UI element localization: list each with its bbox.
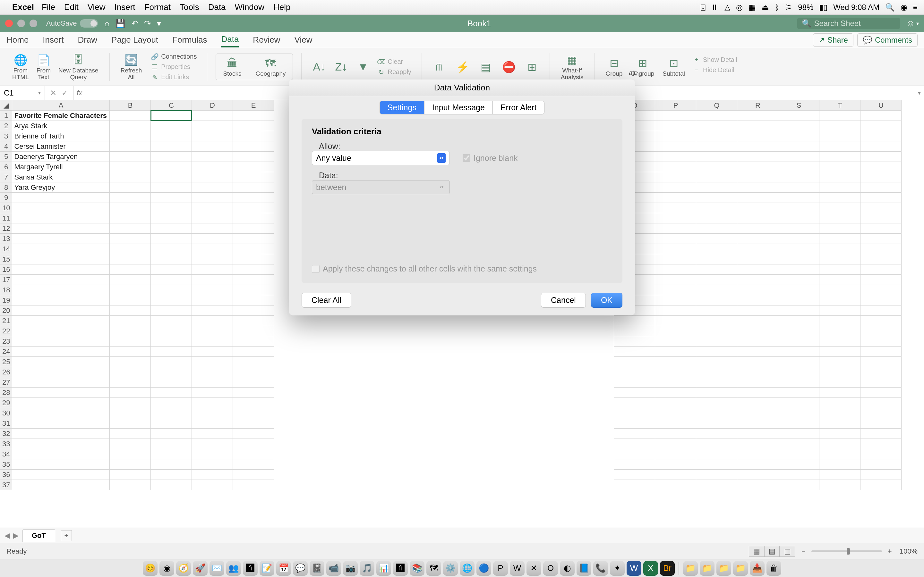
cell-B13[interactable] bbox=[110, 234, 151, 244]
cell-C32[interactable] bbox=[151, 429, 192, 439]
cell-R4[interactable] bbox=[737, 141, 779, 152]
cell-D23[interactable] bbox=[192, 336, 233, 347]
cell-D25[interactable] bbox=[192, 357, 233, 367]
cell-D31[interactable] bbox=[192, 418, 233, 429]
cell-R28[interactable] bbox=[737, 388, 779, 398]
cell-U11[interactable] bbox=[861, 213, 901, 223]
cell-C20[interactable] bbox=[151, 306, 192, 316]
row-header-36[interactable]: 36 bbox=[0, 470, 12, 480]
row-header-11[interactable]: 11 bbox=[0, 213, 12, 223]
clock[interactable]: Wed 9:08 AM bbox=[833, 3, 879, 12]
col-header-E[interactable]: E bbox=[233, 100, 274, 111]
cell-E5[interactable] bbox=[233, 152, 274, 162]
ignore-blank-checkbox[interactable]: Ignore blank bbox=[463, 153, 518, 163]
cell-Q30[interactable] bbox=[696, 408, 737, 418]
row-header-21[interactable]: 21 bbox=[0, 316, 12, 326]
wifi-icon[interactable]: ⚞ bbox=[785, 3, 792, 12]
cell-E7[interactable] bbox=[233, 172, 274, 182]
dock-word-icon[interactable]: W bbox=[627, 561, 641, 576]
maximize-window-button[interactable] bbox=[29, 19, 37, 27]
tab-review[interactable]: Review bbox=[253, 33, 280, 47]
cell-A26[interactable] bbox=[12, 367, 110, 377]
cell-R21[interactable] bbox=[737, 316, 779, 326]
row-header-9[interactable]: 9 bbox=[0, 193, 12, 203]
cell-P13[interactable] bbox=[655, 234, 696, 244]
cell-D14[interactable] bbox=[192, 244, 233, 254]
cell-R36[interactable] bbox=[737, 470, 779, 480]
menu-data[interactable]: Data bbox=[208, 2, 226, 12]
dock-app2-icon[interactable]: 📊 bbox=[376, 561, 391, 576]
cell-E21[interactable] bbox=[233, 316, 274, 326]
refresh-all-button[interactable]: 🔄Refresh All bbox=[118, 52, 145, 82]
menu-edit[interactable]: Edit bbox=[64, 2, 79, 12]
cell-U14[interactable] bbox=[861, 244, 901, 254]
cell-C2[interactable] bbox=[151, 121, 192, 131]
cell-R19[interactable] bbox=[737, 295, 779, 306]
cell-E2[interactable] bbox=[233, 121, 274, 131]
cell-U23[interactable] bbox=[861, 336, 901, 347]
cell-C23[interactable] bbox=[151, 336, 192, 347]
row-header-8[interactable]: 8 bbox=[0, 182, 12, 193]
cell-E13[interactable] bbox=[233, 234, 274, 244]
cell-U24[interactable] bbox=[861, 347, 901, 357]
autosave-switch[interactable] bbox=[80, 19, 98, 27]
cell-C3[interactable] bbox=[151, 131, 192, 141]
row-header-19[interactable]: 19 bbox=[0, 295, 12, 306]
cell-A35[interactable] bbox=[12, 459, 110, 470]
cell-C34[interactable] bbox=[151, 449, 192, 459]
col-header-A[interactable]: A bbox=[12, 100, 110, 111]
close-window-button[interactable] bbox=[5, 19, 13, 27]
cell-B17[interactable] bbox=[110, 275, 151, 285]
menu-format[interactable]: Format bbox=[144, 2, 171, 12]
cell-B1[interactable] bbox=[110, 111, 151, 121]
cell-T20[interactable] bbox=[819, 306, 861, 316]
cell-R10[interactable] bbox=[737, 203, 779, 213]
cell-Q17[interactable] bbox=[696, 275, 737, 285]
cell-B10[interactable] bbox=[110, 203, 151, 213]
row-header-24[interactable]: 24 bbox=[0, 347, 12, 357]
undo-icon[interactable]: ↶ bbox=[131, 19, 138, 29]
cell-R33[interactable] bbox=[737, 439, 779, 449]
cell-O24[interactable] bbox=[614, 347, 655, 357]
cell-U16[interactable] bbox=[861, 264, 901, 275]
cell-U21[interactable] bbox=[861, 316, 901, 326]
cell-B2[interactable] bbox=[110, 121, 151, 131]
row-header-15[interactable]: 15 bbox=[0, 254, 12, 264]
cell-R7[interactable] bbox=[737, 172, 779, 182]
cell-O32[interactable] bbox=[614, 429, 655, 439]
normal-view-button[interactable]: ▦ bbox=[749, 546, 764, 557]
cell-U20[interactable] bbox=[861, 306, 901, 316]
cell-B30[interactable] bbox=[110, 408, 151, 418]
sort-za-button[interactable]: Z↓ bbox=[332, 59, 351, 75]
cell-P15[interactable] bbox=[655, 254, 696, 264]
cell-E37[interactable] bbox=[233, 480, 274, 490]
dock-maps-icon[interactable]: 🗺 bbox=[426, 561, 441, 576]
cell-D15[interactable] bbox=[192, 254, 233, 264]
cell-Q27[interactable] bbox=[696, 377, 737, 388]
cell-C17[interactable] bbox=[151, 275, 192, 285]
cell-U9[interactable] bbox=[861, 193, 901, 203]
cell-O22[interactable] bbox=[614, 326, 655, 336]
cell-C13[interactable] bbox=[151, 234, 192, 244]
cell-B4[interactable] bbox=[110, 141, 151, 152]
cell-E23[interactable] bbox=[233, 336, 274, 347]
sheet-tab-got[interactable]: GoT bbox=[23, 529, 55, 542]
cell-E29[interactable] bbox=[233, 398, 274, 408]
edit-links-button[interactable]: ✎Edit Links bbox=[149, 73, 199, 82]
cell-E17[interactable] bbox=[233, 275, 274, 285]
cell-Q32[interactable] bbox=[696, 429, 737, 439]
cell-C35[interactable] bbox=[151, 459, 192, 470]
cell-P16[interactable] bbox=[655, 264, 696, 275]
cell-D5[interactable] bbox=[192, 152, 233, 162]
ignore-blank-input[interactable] bbox=[463, 154, 470, 162]
remove-duplicates-button[interactable]: ▤ bbox=[477, 59, 495, 75]
cell-S18[interactable] bbox=[779, 285, 819, 295]
cell-E26[interactable] bbox=[233, 367, 274, 377]
cell-U7[interactable] bbox=[861, 172, 901, 182]
cell-P4[interactable] bbox=[655, 141, 696, 152]
cell-P14[interactable] bbox=[655, 244, 696, 254]
cell-T12[interactable] bbox=[819, 223, 861, 234]
feedback-icon[interactable]: ☺ bbox=[906, 18, 915, 29]
cell-S10[interactable] bbox=[779, 203, 819, 213]
row-header-1[interactable]: 1 bbox=[0, 111, 12, 121]
